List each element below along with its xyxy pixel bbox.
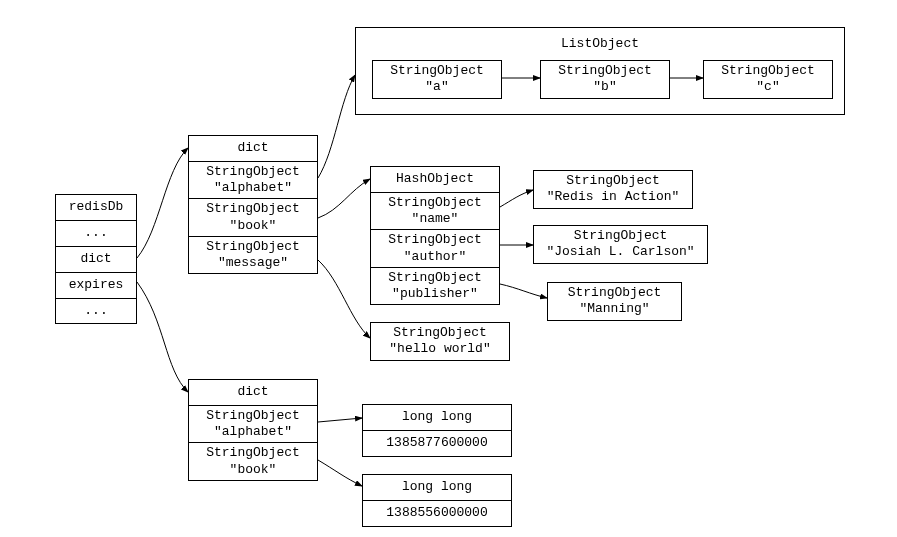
listobject-item-b: StringObject"b" (540, 60, 670, 99)
redisdb-title: redisDb (56, 195, 136, 221)
listobject-item-b-text: StringObject"b" (541, 61, 669, 98)
expire-alphabet-type: long long (363, 405, 511, 431)
hashvalue-manning: StringObject"Manning" (547, 282, 682, 321)
expire-book: long long 1388556000000 (362, 474, 512, 527)
expire-alphabet-val: 1385877600000 (363, 431, 511, 456)
hashvalue-josiah: StringObject"Josiah L. Carlson" (533, 225, 708, 264)
redisdb-dict: dict (56, 247, 136, 273)
dict-bottom: dict StringObject"alphabet" StringObject… (188, 379, 318, 481)
listobject-item-a-text: StringObject"a" (373, 61, 501, 98)
hashvalue-redis-in-action: StringObject"Redis in Action" (533, 170, 693, 209)
hashvalue-2-text: StringObject"Manning" (548, 283, 681, 320)
listobject-item-a: StringObject"a" (372, 60, 502, 99)
expire-alphabet: long long 1385877600000 (362, 404, 512, 457)
hashvalue-1-text: StringObject"Josiah L. Carlson" (534, 226, 707, 263)
hashobject-title: HashObject (371, 167, 499, 193)
dict-top-key-alphabet: StringObject"alphabet" (189, 162, 317, 200)
redisdb-box: redisDb ... dict expires ... (55, 194, 137, 324)
redisdb-ellipsis: ... (56, 221, 136, 247)
dict-top: dict StringObject"alphabet" StringObject… (188, 135, 318, 274)
expire-book-type: long long (363, 475, 511, 501)
dict-top-key-message: StringObject"message" (189, 237, 317, 274)
hashobject-field-publisher: StringObject"publisher" (371, 268, 499, 305)
message-value: StringObject"hello world" (370, 322, 510, 361)
redisdb-expires: expires (56, 273, 136, 299)
dict-bottom-title: dict (189, 380, 317, 406)
dict-top-key-book: StringObject"book" (189, 199, 317, 237)
dict-bottom-key-alphabet: StringObject"alphabet" (189, 406, 317, 444)
expire-book-val: 1388556000000 (363, 501, 511, 526)
hashobject: HashObject StringObject"name" StringObje… (370, 166, 500, 305)
redisdb-ellipsis-2: ... (56, 299, 136, 324)
listobject-item-c-text: StringObject"c" (704, 61, 832, 98)
hashobject-field-name: StringObject"name" (371, 193, 499, 231)
hashobject-field-author: StringObject"author" (371, 230, 499, 268)
listobject-title: ListObject (356, 32, 844, 57)
dict-bottom-key-book: StringObject"book" (189, 443, 317, 480)
message-value-text: StringObject"hello world" (371, 323, 509, 360)
listobject-item-c: StringObject"c" (703, 60, 833, 99)
dict-top-title: dict (189, 136, 317, 162)
hashvalue-0-text: StringObject"Redis in Action" (534, 171, 692, 208)
